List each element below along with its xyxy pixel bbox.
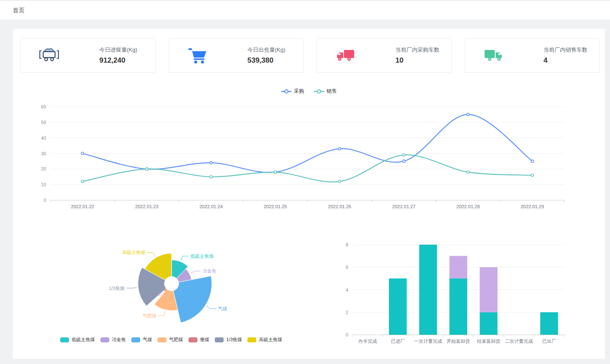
- svg-text:50: 50: [41, 120, 46, 125]
- stat-label: 当前厂内销售车数: [543, 46, 593, 54]
- pie-legend-item-4[interactable]: 瘦煤: [189, 336, 209, 343]
- svg-text:2022.01.28: 2022.01.28: [457, 204, 480, 209]
- svg-text:已进厂: 已进厂: [391, 339, 405, 344]
- dashboard-panel: 今日进煤量(Kg) 912,240 今日出焦量(Kg) 539,380: [13, 29, 605, 359]
- stat-label: 当前厂内采购车数: [396, 46, 446, 54]
- stat-value: 4: [543, 56, 593, 65]
- svg-text:4: 4: [346, 287, 348, 292]
- bar-chart: 02468办卡完成已进厂一次计量完成开始装卸货结束装卸货二次计量完成已出厂: [334, 236, 577, 350]
- svg-text:0: 0: [346, 332, 348, 337]
- pie-legend-swatch: [215, 337, 224, 342]
- legend-label: 销售: [327, 88, 337, 95]
- stat-label: 今日出焦量(Kg): [247, 46, 297, 54]
- pie-legend-item-6[interactable]: 高硫主焦煤: [247, 336, 282, 343]
- legend-label: 1/3焦煤: [226, 336, 242, 343]
- legend-label: 高硫主焦煤: [259, 336, 282, 343]
- legend-label: 低硫主焦煤: [72, 336, 95, 343]
- stat-card-coke-out: 今日出焦量(Kg) 539,380: [169, 38, 304, 73]
- line-legend-item-1[interactable]: 销售: [313, 88, 337, 95]
- stat-value: 912,240: [100, 56, 150, 65]
- stat-card-text: 当前厂内采购车数 10: [396, 46, 446, 65]
- stat-label: 今日进煤量(Kg): [100, 46, 150, 54]
- pie-legend-item-3[interactable]: 气肥煤: [158, 336, 183, 343]
- truck-out-icon: [483, 46, 504, 65]
- stat-card-coal-in: 今日进煤量(Kg) 912,240: [20, 38, 156, 73]
- breadcrumb[interactable]: 首页: [13, 1, 25, 19]
- stat-card-text: 当前厂内销售车数 4: [543, 46, 593, 65]
- svg-text:40: 40: [41, 135, 46, 141]
- svg-text:办卡完成: 办卡完成: [358, 339, 377, 344]
- svg-text:高硫主焦煤: 高硫主焦煤: [122, 250, 145, 255]
- pie-legend-item-2[interactable]: 气煤: [131, 336, 152, 343]
- svg-text:二次计量完成: 二次计量完成: [505, 339, 533, 344]
- pie-legend-swatch: [189, 337, 197, 342]
- legend-label: 气肥煤: [169, 336, 183, 343]
- stat-cards-row: 今日进煤量(Kg) 912,240 今日出焦量(Kg) 539,380: [20, 38, 600, 73]
- truck-in-icon: [335, 46, 356, 65]
- content-area: 今日进煤量(Kg) 912,240 今日出焦量(Kg) 539,380: [0, 19, 610, 364]
- svg-text:气煤: 气煤: [218, 306, 227, 311]
- svg-text:低硫主焦煤: 低硫主焦煤: [190, 254, 214, 259]
- svg-text:30: 30: [41, 151, 46, 156]
- svg-text:10: 10: [41, 182, 46, 187]
- pie-legend-swatch: [100, 337, 109, 342]
- stat-card-text: 今日进煤量(Kg) 912,240: [100, 46, 150, 65]
- pie-legend-swatch: [247, 337, 256, 342]
- svg-text:20: 20: [41, 166, 46, 171]
- legend-label: 瘦煤: [200, 336, 209, 343]
- svg-text:2022.01.29: 2022.01.29: [521, 204, 544, 209]
- stat-card-sales-trucks: 当前厂内销售车数 4: [465, 38, 600, 73]
- svg-text:开始装卸货: 开始装卸货: [447, 339, 470, 344]
- pie-legend-swatch: [131, 337, 140, 342]
- svg-text:1/3焦煤: 1/3焦煤: [109, 286, 125, 291]
- svg-text:2022.01.25: 2022.01.25: [263, 204, 287, 209]
- pie-legend-item-5[interactable]: 1/3焦煤: [215, 336, 242, 343]
- svg-text:0: 0: [44, 198, 46, 203]
- line-legend-item-0[interactable]: 采购: [281, 88, 304, 95]
- stat-card-purchase-trucks: 当前厂内采购车数 10: [316, 38, 452, 73]
- svg-text:8: 8: [346, 242, 348, 247]
- svg-text:冶金焦: 冶金焦: [202, 268, 216, 273]
- line-chart-legend: 采购销售: [13, 88, 605, 95]
- shopping-cart-icon: [187, 46, 208, 65]
- pie-legend-swatch: [158, 337, 166, 342]
- svg-text:2: 2: [346, 310, 348, 315]
- legend-label: 采购: [294, 88, 304, 95]
- legend-label: 气煤: [143, 336, 152, 343]
- svg-text:6: 6: [346, 265, 348, 270]
- svg-text:结束装卸货: 结束装卸货: [477, 339, 500, 344]
- svg-text:2022.01.22: 2022.01.22: [71, 204, 94, 209]
- topbar: 首页: [0, 0, 610, 19]
- stat-card-text: 今日出焦量(Kg) 539,380: [247, 46, 297, 65]
- svg-text:2022.01.24: 2022.01.24: [200, 204, 223, 209]
- line-chart: 01020304050602022.01.222022.01.232022.01…: [25, 101, 580, 215]
- pie-legend: 低硫主焦煤冶金焦气煤气肥煤瘦煤1/3焦煤高硫主焦煤: [60, 336, 282, 343]
- svg-text:气肥煤: 气肥煤: [142, 313, 156, 318]
- pie-legend-item-0[interactable]: 低硫主焦煤: [60, 336, 95, 343]
- svg-text:2022.01.26: 2022.01.26: [328, 204, 351, 209]
- coal-cart-icon: [39, 46, 60, 65]
- line-legend-marker: [313, 89, 324, 94]
- rose-pie-chart: 低硫主焦煤冶金焦气煤气肥煤瘦煤1/3焦煤高硫主焦煤: [68, 235, 263, 333]
- stat-value: 10: [396, 56, 446, 65]
- svg-text:一次计量完成: 一次计量完成: [414, 339, 442, 344]
- svg-text:60: 60: [41, 104, 46, 109]
- pie-legend-swatch: [60, 337, 69, 342]
- line-legend-marker: [281, 89, 292, 94]
- svg-text:2022.01.27: 2022.01.27: [392, 204, 416, 209]
- pie-legend-item-1[interactable]: 冶金焦: [100, 336, 126, 343]
- svg-text:已出厂: 已出厂: [542, 339, 556, 344]
- svg-text:2022.01.23: 2022.01.23: [135, 204, 158, 209]
- stat-value: 539,380: [247, 56, 297, 65]
- legend-label: 冶金焦: [112, 336, 126, 343]
